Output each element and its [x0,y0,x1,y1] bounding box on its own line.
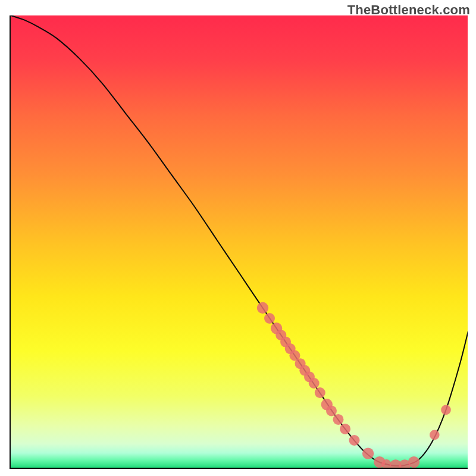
curve-marker [441,405,451,415]
curve-marker [257,302,268,314]
chart-stage: TheBottleneck.com [0,0,476,476]
curve-marker [309,378,320,389]
curve-marker [349,435,360,446]
bottleneck-curve [11,15,468,469]
curve-marker [408,456,419,468]
curve-marker [430,430,440,440]
plot-area [10,15,468,469]
curve-marker [264,313,275,324]
curve-marker [381,459,392,469]
curve-marker [315,387,325,398]
curve-marker [333,414,344,425]
curve-marker [326,406,337,416]
curve-marker [340,424,350,434]
curve-marker [362,447,374,459]
